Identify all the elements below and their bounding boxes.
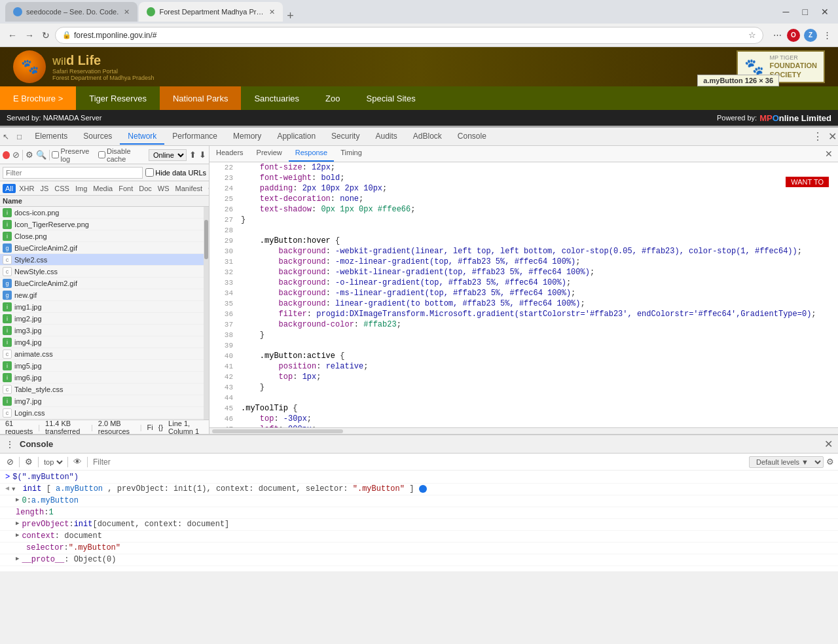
tab-security[interactable]: Security [323, 129, 367, 145]
reload-button[interactable]: ↻ [39, 29, 52, 42]
nav-tiger-reserves[interactable]: Tiger Reserves [76, 86, 160, 110]
network-item-img7[interactable]: i img7.jpg [0, 395, 204, 407]
network-item-img5[interactable]: i img5.jpg [0, 360, 204, 372]
h-scrollbar-thumb[interactable] [212, 429, 343, 433]
filter-tag-ws[interactable]: WS [155, 184, 172, 193]
tab-audits[interactable]: Audits [367, 129, 405, 145]
preserve-log-label[interactable]: Preserve log [52, 147, 96, 163]
close-button[interactable]: ✕ [817, 5, 833, 18]
menu-icon[interactable]: ⋮ [821, 29, 833, 41]
expand-prev-icon[interactable]: ▶ [16, 520, 19, 527]
tab2-close[interactable]: ✕ [269, 8, 275, 16]
tab-headers[interactable]: Headers [210, 146, 250, 162]
filter-tag-js[interactable]: JS [37, 184, 51, 193]
throttle-select[interactable]: Online [149, 149, 187, 161]
tab-1[interactable]: seedocode – See. Do. Code. ✕ [5, 2, 137, 22]
record-button[interactable] [3, 151, 10, 159]
filter-tag-font[interactable]: Font [116, 184, 136, 193]
new-tab-button[interactable]: + [287, 10, 294, 22]
horizontal-scrollbar[interactable] [210, 427, 838, 434]
network-item-img2[interactable]: i img2.jpg [0, 313, 204, 325]
nav-national-parks[interactable]: National Parks [160, 86, 242, 110]
console-filter-icon[interactable]: ⚙ [22, 456, 35, 468]
network-item-table-style[interactable]: c Table_style.css [0, 384, 204, 395]
forward-button[interactable]: → [22, 29, 37, 42]
opera-icon[interactable]: O [787, 29, 800, 42]
filter-tag-img[interactable]: Img [73, 184, 90, 193]
tab-response[interactable]: Response [289, 146, 335, 162]
search-icon[interactable]: 🔍 [36, 150, 46, 160]
bookmark-icon[interactable]: ☆ [748, 30, 756, 40]
nav-special-sites[interactable]: Special Sites [354, 86, 429, 110]
response-close-icon[interactable]: ✕ [820, 146, 838, 162]
filter-input[interactable] [3, 167, 143, 179]
clear-button[interactable]: ⊘ [12, 150, 20, 160]
network-item-img6[interactable]: i img6.jpg [0, 372, 204, 384]
network-item-bluecircle1[interactable]: g BlueCircleAnim2.gif [0, 242, 204, 254]
nav-zoo[interactable]: Zoo [312, 86, 353, 110]
hide-data-urls-label[interactable]: Hide data URLs [145, 168, 206, 177]
preserve-log-checkbox[interactable] [52, 151, 59, 158]
tab-timing[interactable]: Timing [334, 146, 369, 162]
network-item-bluecircle2[interactable]: g BlueCircleAnim2.gif [0, 277, 204, 289]
network-item-close[interactable]: i Close.png [0, 230, 204, 242]
import-icon[interactable]: ⬆ [189, 150, 196, 160]
inspect-icon[interactable]: ↖ [0, 131, 12, 143]
network-item-style2[interactable]: c Style2.css [0, 254, 204, 266]
console-filter-input[interactable] [90, 457, 746, 467]
expand-0-icon[interactable]: ▶ [16, 496, 19, 503]
tab-adblock[interactable]: AdBlock [405, 129, 450, 145]
network-item-animate[interactable]: c animate.css [0, 348, 204, 360]
tab-performance[interactable]: Performance [164, 129, 225, 145]
tab-application[interactable]: Application [269, 129, 323, 145]
devtools-close-icon[interactable]: ✕ [827, 129, 838, 144]
filter-tag-xhr[interactable]: XHR [16, 184, 37, 193]
network-item-img1[interactable]: i img1.jpg [0, 301, 204, 313]
network-item-newgif[interactable]: g new.gif [0, 289, 204, 301]
overflow-menu-icon[interactable]: ⋮ [811, 129, 824, 144]
export-icon[interactable]: ⬇ [199, 150, 206, 160]
network-item-newstyle[interactable]: c NewStyle.css [0, 266, 204, 277]
console-context-select[interactable]: top [41, 457, 65, 467]
filter-tag-manifest[interactable]: Manifest [173, 184, 206, 193]
console-levels-select[interactable]: Default levels ▼ [749, 456, 824, 468]
filter-tag-doc[interactable]: Doc [136, 184, 155, 193]
console-close-button[interactable]: ✕ [824, 438, 833, 450]
expand-proto-icon[interactable]: ▶ [16, 555, 19, 562]
filter-tag-css[interactable]: CSS [52, 184, 72, 193]
console-clear-icon[interactable]: ⊘ [4, 456, 16, 468]
filter-tag-media[interactable]: Media [90, 184, 115, 193]
tab-elements[interactable]: Elements [27, 129, 75, 145]
network-item-img4[interactable]: i img4.jpg [0, 336, 204, 348]
console-menu-icon[interactable]: ⋮ [5, 439, 14, 450]
disable-cache-label[interactable]: Disable cache [98, 147, 146, 163]
extensions-icon[interactable]: ⋯ [771, 29, 783, 41]
network-item-login-css[interactable]: c Login.css [0, 407, 204, 419]
nav-ebrochure[interactable]: E Brochure > [0, 86, 76, 110]
scrollbar[interactable] [204, 207, 209, 420]
tab-memory[interactable]: Memory [225, 129, 269, 145]
scrollbar-thumb[interactable] [204, 220, 208, 259]
avatar-icon[interactable]: Z [804, 29, 817, 42]
expand-icon[interactable]: ▼ [12, 486, 15, 493]
tab-2[interactable]: Forest Department Madhya Prad... ✕ [139, 2, 283, 22]
filter-icon[interactable]: ⚙ [26, 150, 33, 160]
tab-console[interactable]: Console [450, 129, 494, 145]
want-to-button[interactable]: WANT TO [786, 177, 829, 187]
maximize-button[interactable]: □ [799, 5, 812, 18]
disable-cache-checkbox[interactable] [98, 151, 105, 158]
nav-sanctuaries[interactable]: Sanctuaries [241, 86, 312, 110]
console-eye-icon[interactable]: 👁 [71, 456, 84, 468]
tab-preview[interactable]: Preview [250, 146, 289, 162]
network-item-docs-icon[interactable]: i docs-icon.png [0, 207, 204, 219]
network-item-img3[interactable]: i img3.jpg [0, 325, 204, 336]
back-button[interactable]: ← [5, 29, 20, 42]
address-bar[interactable]: 🔒 forest.mponline.gov.in/# ☆ [55, 27, 763, 44]
tab1-close[interactable]: ✕ [124, 8, 130, 16]
minimize-button[interactable]: ─ [779, 5, 793, 18]
network-item-icon-tiger[interactable]: i Icon_TigerReserve.png [0, 219, 204, 230]
device-icon[interactable]: □ [14, 131, 24, 143]
expand-ctx-icon[interactable]: ▶ [16, 531, 19, 539]
hide-data-urls-checkbox[interactable] [145, 168, 154, 177]
console-settings-icon[interactable]: ⚙ [826, 457, 834, 467]
